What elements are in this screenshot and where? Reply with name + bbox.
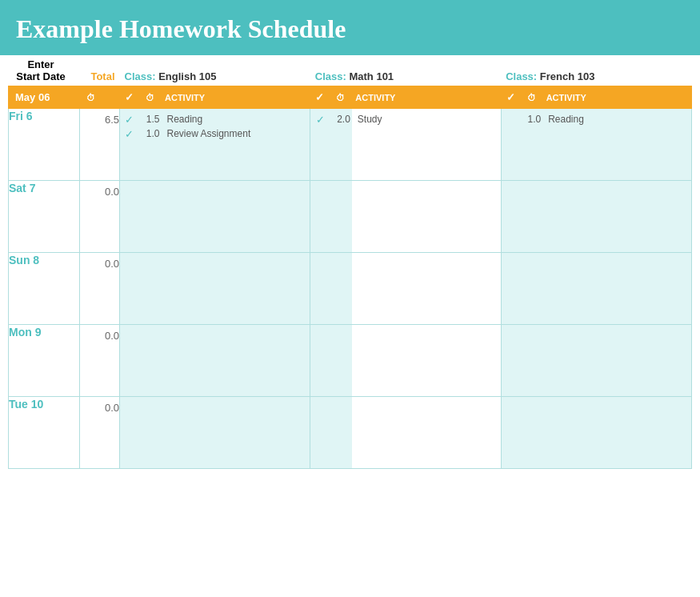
- day4-class0-act-col: [162, 397, 310, 469]
- class-1-name: English 105: [158, 70, 216, 82]
- activity-name: Study: [358, 112, 498, 126]
- activity-name: Review Assignment: [167, 126, 307, 141]
- day1-class2-time-col: [520, 181, 542, 253]
- day-total-cell: 0.0: [80, 253, 120, 325]
- day1-class0-check-col: [120, 181, 139, 253]
- day-row: Tue 100.0: [9, 397, 692, 469]
- activity-check: ✓: [312, 112, 328, 126]
- day2-class2-time-col: [520, 253, 542, 325]
- day-row: Fri 66.5✓✓1.51.0ReadingReview Assignment…: [9, 109, 692, 181]
- day0-class1-act-col: Study: [352, 109, 501, 181]
- day1-class0-act-col: [162, 181, 310, 253]
- day-label-cell: Sun 8: [9, 253, 80, 325]
- day1-class0-time-col: [139, 181, 162, 253]
- day2-class0-check-col: [120, 253, 139, 325]
- class-2-name: Math 101: [349, 70, 394, 82]
- total-header: Total: [80, 55, 120, 86]
- total-label: Total: [90, 70, 114, 82]
- total-header-cell: ⏱: [80, 86, 120, 109]
- class1-activity-header: ACTIVITY: [162, 86, 310, 109]
- day3-class0-act-col: [162, 325, 310, 397]
- activity-time: 1.0: [522, 112, 541, 126]
- check-icon-1: ✓: [125, 91, 134, 103]
- activity-name: Reading: [548, 112, 688, 126]
- day0-class2-act-col: Reading: [542, 109, 691, 181]
- activity-check: ✓: [122, 126, 138, 141]
- start-date-input[interactable]: [12, 90, 76, 105]
- day-name: Fri 6: [9, 110, 33, 122]
- check-mark-icon: ✓: [125, 114, 134, 126]
- day4-class2-check-col: [501, 397, 520, 469]
- enter-start-label-block: Enter Start Date: [14, 58, 69, 82]
- activity-time: 2.0: [331, 112, 350, 126]
- class-3-label: Class:: [506, 70, 540, 82]
- day1-class2-check-col: [501, 181, 520, 253]
- day2-class0-time-col: [139, 253, 162, 325]
- day-total-cell: 0.0: [80, 325, 120, 397]
- class1-time-header: ⏱: [139, 86, 162, 109]
- class-2-label: Class:: [315, 70, 350, 82]
- page-header: Example Homework Schedule: [0, 0, 700, 55]
- day0-class0-check-col: ✓✓: [120, 109, 139, 181]
- day3-class2-check-col: [501, 325, 520, 397]
- class-1-header: Class: English 105: [120, 55, 310, 86]
- enter-label-line1: Enter: [14, 58, 69, 70]
- check-icon-2: ✓: [315, 91, 324, 103]
- activity-time: 1.5: [141, 112, 160, 126]
- clock-icon-3: ⏱: [524, 90, 538, 105]
- day4-class0-check-col: [120, 397, 139, 469]
- day2-class1-check-col: [310, 253, 330, 325]
- day2-class1-act-col: [352, 253, 501, 325]
- day1-class1-act-col: [352, 181, 501, 253]
- day4-class2-act-col: [542, 397, 691, 469]
- day2-class0-act-col: [162, 253, 310, 325]
- day-row: Mon 90.0: [9, 325, 692, 397]
- date-cell-header[interactable]: [9, 86, 80, 109]
- day-label-cell: Sat 7: [9, 181, 80, 253]
- activity-name: Reading: [167, 112, 307, 126]
- day-name: Tue 10: [9, 398, 43, 411]
- day0-class2-check-col: [501, 109, 520, 181]
- day0-class1-time-col: 2.0: [330, 109, 352, 181]
- day3-class1-check-col: [310, 325, 330, 397]
- check-mark-icon: ✓: [125, 128, 134, 140]
- activity-time: 1.0: [141, 126, 160, 141]
- class-header-row: Enter Start Date Total Class: English 10…: [9, 55, 692, 86]
- day4-class2-time-col: [520, 397, 542, 469]
- day1-class1-time-col: [330, 181, 352, 253]
- day2-class2-check-col: [501, 253, 520, 325]
- activity-check: [503, 112, 519, 126]
- check-icon-3: ✓: [506, 91, 515, 103]
- class-2-header: Class: Math 101: [310, 55, 501, 86]
- schedule-table: Enter Start Date Total Class: English 10…: [8, 55, 692, 469]
- day3-class1-time-col: [330, 325, 352, 397]
- class3-activity-header: ACTIVITY: [542, 86, 691, 109]
- day-label-cell: Tue 10: [9, 397, 80, 469]
- enter-label-line2: Start Date: [14, 70, 69, 82]
- page-title: Example Homework Schedule: [16, 14, 684, 44]
- class3-check-header: ✓: [501, 86, 520, 109]
- clock-icon-2: ⏱: [334, 90, 348, 105]
- day1-class2-act-col: [542, 181, 691, 253]
- day0-class0-time-col: 1.51.0: [139, 109, 162, 181]
- clock-icon-1: ⏱: [143, 90, 158, 105]
- clock-icon-main: ⏱: [83, 90, 98, 105]
- day4-class1-act-col: [352, 397, 501, 469]
- start-date-header: Enter Start Date: [9, 55, 80, 86]
- day-row: Sat 70.0: [9, 181, 692, 253]
- class2-check-header: ✓: [310, 86, 330, 109]
- day0-class2-time-col: 1.0: [520, 109, 542, 181]
- class-1-label: Class:: [125, 70, 159, 82]
- class-3-name: French 103: [540, 70, 595, 82]
- day1-class1-check-col: [310, 181, 330, 253]
- day-label-cell: Fri 6: [9, 109, 80, 181]
- day2-class2-act-col: [542, 253, 691, 325]
- day-name: Sun 8: [9, 254, 39, 266]
- day-name: Sat 7: [9, 182, 35, 194]
- day-name: Mon 9: [9, 326, 41, 339]
- activity-check: ✓: [122, 112, 138, 126]
- day0-class1-check-col: ✓: [310, 109, 330, 181]
- class1-check-header: ✓: [120, 86, 139, 109]
- day2-class1-time-col: [330, 253, 352, 325]
- day3-class0-check-col: [120, 325, 139, 397]
